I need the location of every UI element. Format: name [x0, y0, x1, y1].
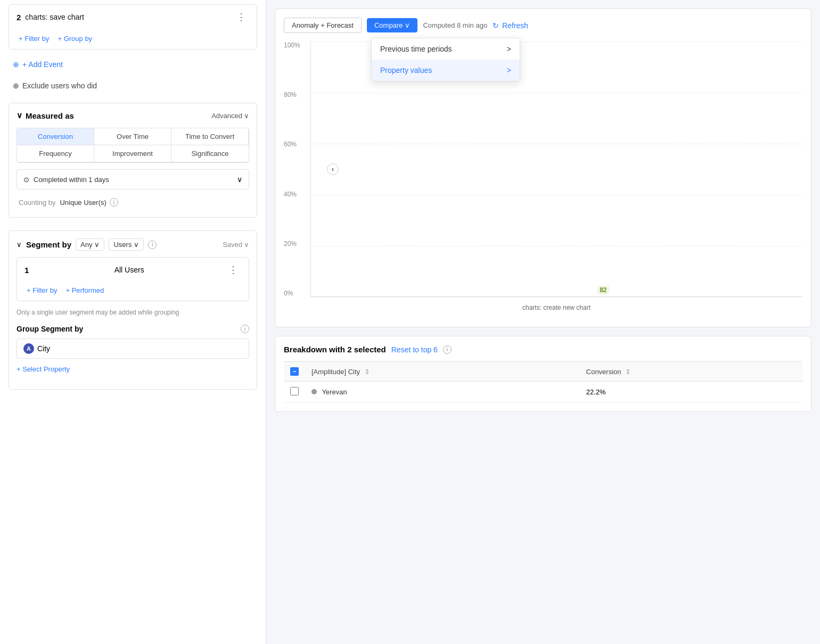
sort-icon: ⇕: [364, 368, 370, 376]
saved-button[interactable]: Saved ∨: [223, 241, 249, 249]
reset-to-top-button[interactable]: Reset to top 6: [391, 345, 438, 354]
collapse-button[interactable]: ‹: [327, 163, 339, 175]
prev-time-periods-item[interactable]: Previous time periods >: [372, 38, 520, 60]
row-checkbox-cell: [284, 382, 305, 403]
tab-time-to-convert[interactable]: Time to Convert: [171, 128, 249, 145]
users-label: Users: [113, 241, 132, 249]
completed-label: Completed within 1 days: [34, 176, 109, 184]
breakdown-section: Breakdown with 2 selected Reset to top 6…: [275, 336, 811, 412]
segment-card-1: 1 All Users ⋮ + Filter by + Performed: [17, 257, 249, 301]
seg-number: 1: [24, 266, 29, 275]
advanced-label: Advanced: [211, 112, 242, 120]
y-label-20: 20%: [284, 240, 300, 247]
chevron-icon: ∨: [17, 111, 22, 120]
add-event-label: + Add Event: [22, 60, 63, 69]
refresh-label: Refresh: [502, 21, 528, 30]
plus-icon: ⊕: [13, 60, 19, 69]
group-by-button[interactable]: + Group by: [55, 34, 94, 44]
city-name: Yerevan: [322, 388, 347, 396]
tab-improvement[interactable]: Improvement: [94, 145, 171, 162]
sort-icon: ⇕: [625, 368, 631, 376]
tab-over-time[interactable]: Over Time: [94, 128, 171, 145]
advanced-button[interactable]: Advanced ∨: [211, 112, 249, 120]
row-checkbox[interactable]: [290, 387, 299, 395]
seg-title: All Users: [114, 266, 144, 274]
refresh-button[interactable]: ↻ Refresh: [493, 21, 528, 30]
compare-button[interactable]: Compare ∨: [367, 18, 417, 32]
prev-periods-label: Previous time periods: [380, 45, 452, 53]
city-dot-icon: [311, 389, 317, 394]
conversion-cell: 22.2%: [580, 382, 802, 403]
city-cell: Yerevan: [305, 382, 580, 403]
table-row: Yerevan 22.2%: [284, 382, 802, 403]
y-axis: 100% 80% 60% 40% 20% 0%: [284, 42, 300, 297]
city-column-header[interactable]: [Amplitude] City ⇕: [305, 362, 580, 382]
seg-menu-button[interactable]: ⋮: [225, 263, 241, 277]
conversion-col-label: Conversion: [586, 368, 621, 376]
info-icon[interactable]: i: [110, 198, 118, 207]
y-label-0: 0%: [284, 290, 300, 297]
info-icon[interactable]: i: [241, 325, 249, 333]
segment-section: ∨ Segment by Any ∨ Users ∨ i Saved ∨ 1 A…: [9, 230, 257, 390]
counting-value: Unique User(s): [60, 199, 106, 207]
filter-by-button[interactable]: + Filter by: [17, 34, 51, 44]
compare-dropdown-menu: Previous time periods > Property values …: [371, 38, 520, 81]
bar-chart-area: 100% 80% 60% 40% 20% 0% 82 ‹: [284, 42, 802, 318]
counting-by-label: Counting by: [19, 199, 55, 207]
chevron-down-icon: ∨: [244, 241, 249, 249]
counting-row: Counting by Unique User(s) i: [17, 195, 249, 210]
city-label: City: [37, 344, 50, 353]
chevron-down-icon: ∨: [405, 21, 410, 29]
bar-label-area: charts: create new chart: [310, 297, 802, 318]
y-label-40: 40%: [284, 191, 300, 198]
users-dropdown[interactable]: Users ∨: [109, 238, 144, 251]
tab-significance[interactable]: Significance: [171, 145, 249, 162]
bar-value-label: 82: [597, 286, 609, 294]
select-property-button[interactable]: + Select Property: [17, 363, 70, 375]
prop-values-label: Property values: [380, 66, 432, 75]
checkbox-header: −: [284, 362, 305, 382]
anomaly-forecast-button[interactable]: Anomaly + Forecast: [284, 18, 362, 33]
chevron-icon: ∨: [17, 241, 22, 249]
city-col-label: [Amplitude] City: [311, 368, 360, 376]
conversion-column-header[interactable]: Conversion ⇕: [580, 362, 802, 382]
seg-performed-by[interactable]: + Performed: [63, 285, 106, 295]
tab-frequency[interactable]: Frequency: [17, 145, 94, 162]
computed-text: Computed 8 min ago: [423, 21, 487, 29]
breakdown-info-icon[interactable]: i: [443, 345, 452, 354]
clock-icon: ⊙: [23, 176, 29, 184]
chart-container: Anomaly + Forecast Compare ∨ Computed 8 …: [275, 9, 811, 327]
seg-filter-by[interactable]: + Filter by: [24, 285, 59, 295]
measurement-tab-grid: Conversion Over Time Time to Convert Fre…: [17, 128, 249, 163]
property-values-item[interactable]: Property values >: [372, 60, 520, 81]
saved-label: Saved: [223, 241, 242, 249]
completed-within-row[interactable]: ⊙ Completed within 1 days ∨: [17, 169, 249, 189]
chevron-down-icon: ∨: [134, 241, 139, 249]
city-tag[interactable]: A City: [17, 338, 249, 359]
y-label-100: 100%: [284, 42, 300, 49]
chevron-down-icon: ∨: [244, 112, 249, 120]
tab-conversion[interactable]: Conversion: [17, 128, 94, 145]
chart-note-label: charts: create new chart: [310, 304, 802, 311]
breakdown-title: Breakdown with 2 selected: [284, 345, 386, 354]
group-segment-section: Group Segment by i A City + Select Prope…: [17, 325, 249, 375]
event-card-2: 2 charts: save chart ⋮ + Filter by + Gro…: [9, 4, 257, 49]
chevron-down-icon: ∨: [94, 241, 100, 249]
breakdown-table: − [Amplitude] City ⇕ Conversion ⇕: [284, 361, 802, 403]
measured-title: ∨ Measured as: [17, 111, 74, 120]
select-all-checkbox[interactable]: −: [290, 367, 299, 376]
event-menu-button[interactable]: ⋮: [233, 10, 249, 24]
compare-label: Compare: [374, 21, 403, 29]
any-dropdown[interactable]: Any ∨: [76, 238, 104, 251]
y-label-80: 80%: [284, 91, 300, 98]
measured-as-section: ∨ Measured as Advanced ∨ Conversion Over…: [9, 103, 257, 218]
single-segment-note: Only a single user segment may be added …: [17, 307, 249, 320]
group-segment-title: Group Segment by: [17, 325, 83, 333]
chevron-right-icon: >: [507, 45, 511, 53]
exclude-label: Exclude users who did: [22, 81, 97, 90]
exclude-users-button[interactable]: ⊕ Exclude users who did: [4, 77, 261, 94]
add-event-button[interactable]: ⊕ + Add Event: [4, 56, 261, 73]
right-panel: Anomaly + Forecast Compare ∨ Computed 8 …: [266, 0, 820, 644]
info-icon[interactable]: i: [148, 241, 157, 249]
chart-toolbar: Anomaly + Forecast Compare ∨ Computed 8 …: [284, 18, 802, 33]
